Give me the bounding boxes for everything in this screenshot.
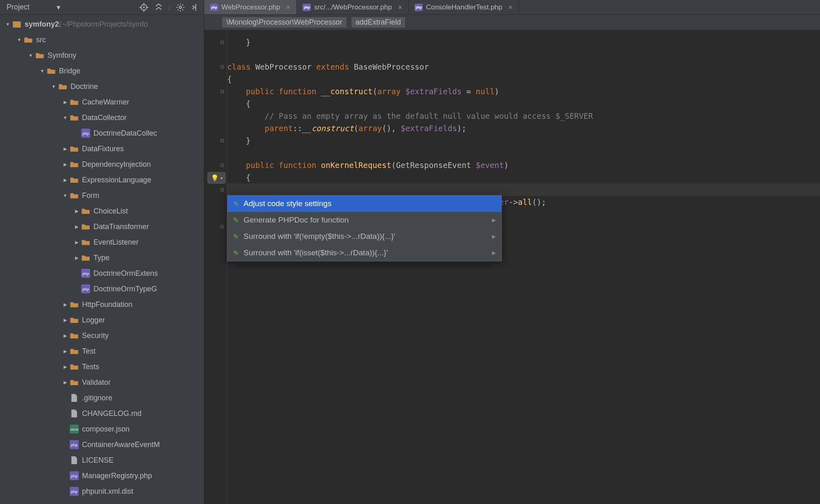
intention-item[interactable]: ✎Surround with 'if(!empty($this->...rDat…: [228, 228, 501, 245]
chevron-right-icon[interactable]: ▶: [61, 146, 70, 152]
chevron-down-icon[interactable]: ▼: [38, 68, 47, 73]
chevron-right-icon[interactable]: ▶: [61, 162, 70, 167]
toolbar-left: Project ▾ |: [0, 0, 204, 14]
tree-row[interactable]: ▶HttpFoundation: [0, 297, 204, 312]
tree-item-label: Security: [82, 331, 109, 340]
chevron-right-icon[interactable]: ▶: [61, 302, 70, 307]
chevron-right-icon: ▶: [492, 234, 496, 239]
code-text[interactable]: } class WebProcessor extends BaseWebProc…: [227, 30, 820, 504]
tree-row[interactable]: ▶phpphpunit.xml.dist: [0, 484, 204, 499]
collapse-all-icon[interactable]: [154, 3, 163, 12]
chevron-right-icon[interactable]: ▶: [61, 349, 70, 354]
tree-row[interactable]: ▶Test: [0, 343, 204, 359]
chevron-down-icon[interactable]: ▼: [26, 53, 35, 58]
chevron-down-icon[interactable]: ▼: [49, 84, 58, 89]
file-icon: [70, 409, 79, 418]
chevron-right-icon[interactable]: ▶: [61, 364, 70, 370]
tree-item-label: HttpFoundation: [82, 300, 132, 309]
gear-icon[interactable]: [176, 3, 185, 12]
chevron-right-icon[interactable]: ▶: [61, 100, 70, 105]
hide-icon[interactable]: [191, 3, 200, 12]
svg-text:php: php: [71, 443, 77, 447]
tree-item-label: composer.json: [82, 425, 130, 434]
tree-row[interactable]: ▶ExpressionLanguage: [0, 172, 204, 188]
intention-item[interactable]: ✎Generate PHPDoc for function▶: [228, 212, 501, 228]
tree-row[interactable]: ▼src: [0, 32, 204, 48]
tab-src-webprocessor[interactable]: php src/.../WebProcessor.php ✕: [297, 0, 409, 14]
folder-icon: [70, 347, 79, 356]
tree-item-label: DoctrineOrmExtens: [93, 269, 158, 278]
chevron-right-icon[interactable]: ▶: [61, 380, 70, 385]
chevron-right-icon[interactable]: ▶: [72, 255, 81, 261]
tree-item-label: .gitignore: [82, 394, 112, 402]
tab-consolehandlertest[interactable]: php ConsoleHandlerTest.php ✕: [409, 0, 519, 14]
folder-icon: [70, 144, 79, 153]
breadcrumb-member[interactable]: addExtraField: [351, 17, 405, 27]
tree-row[interactable]: ▶ChoiceList: [0, 203, 204, 219]
close-icon[interactable]: ✕: [508, 4, 513, 11]
tab-webprocessor[interactable]: php WebProcessor.php ✕: [204, 0, 297, 14]
tree-row[interactable]: ▶phpContainerAwareEventM: [0, 437, 204, 452]
chevron-down-icon[interactable]: ▼: [61, 193, 70, 198]
file-icon: [70, 456, 79, 465]
tree-row[interactable]: ▼Form: [0, 188, 204, 203]
chevron-right-icon[interactable]: ▶: [72, 224, 81, 229]
php-icon: php: [70, 487, 79, 496]
tree-row[interactable]: ▼symfony2 (~/PhpstormProjects/symfo: [0, 16, 204, 32]
close-icon[interactable]: ✕: [286, 4, 291, 11]
tree-item-label: Logger: [82, 316, 105, 325]
chevron-right-icon[interactable]: ▶: [61, 318, 70, 323]
folder-icon: [70, 378, 79, 387]
chevron-right-icon: ▶: [492, 250, 496, 256]
tree-row[interactable]: ▼Symfony: [0, 48, 204, 63]
tree-row[interactable]: ▶Logger: [0, 312, 204, 328]
tree-item-path: (~/PhpstormProjects/symfo: [59, 20, 148, 29]
chevron-right-icon[interactable]: ▶: [72, 209, 81, 214]
tree-row[interactable]: ▶phpManagerRegistry.php: [0, 468, 204, 484]
tree-row[interactable]: ▶EventListener: [0, 234, 204, 250]
file-icon: [70, 393, 79, 402]
tree-row[interactable]: ▶.gitignore: [0, 390, 204, 406]
editor-body[interactable]: ⊟ ⊟ ⊟ ⊟ ⊟ ⊟ ⊟ } class WebProcessor exten…: [204, 30, 820, 504]
intention-item-label: Surround with 'if(!empty($this->...rData…: [244, 232, 395, 241]
tree-row[interactable]: ▶phpDoctrineDataCollec: [0, 125, 204, 141]
tab-label: ConsoleHandlerTest.php: [426, 3, 502, 11]
intention-item[interactable]: ✎Adjust code style settings: [228, 195, 501, 212]
intention-bulb[interactable]: 💡 ▾: [207, 172, 226, 184]
tree-row[interactable]: ▶LICENSE: [0, 452, 204, 468]
chevron-down-icon: ▾: [221, 176, 223, 180]
target-icon[interactable]: [139, 3, 148, 12]
current-line-highlight: [227, 184, 820, 196]
project-selector[interactable]: Project ▾: [4, 3, 60, 12]
tree-row[interactable]: ▶DataFixtures: [0, 141, 204, 157]
tree-row[interactable]: ▶Tests: [0, 359, 204, 375]
tree-row[interactable]: ▶DataTransformer: [0, 219, 204, 234]
svg-text:JSON: JSON: [70, 428, 78, 431]
tree-row[interactable]: ▶phpDoctrineOrmExtens: [0, 266, 204, 281]
tree-row[interactable]: ▶JSONcomposer.json: [0, 421, 204, 437]
chevron-down-icon[interactable]: ▼: [61, 115, 70, 120]
chevron-down-icon[interactable]: ▼: [3, 22, 12, 27]
top-toolbar: Project ▾ | php WebProcessor.php ✕ php s…: [0, 0, 820, 15]
tree-row[interactable]: ▼Bridge: [0, 63, 204, 79]
tree-row[interactable]: ▶DependencyInjection: [0, 157, 204, 172]
tree-row[interactable]: ▶phpDoctrineOrmTypeG: [0, 281, 204, 297]
tree-row[interactable]: ▶Type: [0, 250, 204, 266]
tree-row[interactable]: ▼DataCollector: [0, 110, 204, 125]
close-icon[interactable]: ✕: [398, 4, 403, 11]
chevron-right-icon[interactable]: ▶: [61, 333, 70, 338]
breadcrumb-class[interactable]: \Monolog\Processor\WebProcessor: [222, 17, 346, 27]
chevron-right-icon[interactable]: ▶: [72, 240, 81, 245]
php-icon: php: [70, 440, 79, 449]
intention-item[interactable]: ✎Surround with 'if(isset($this->...rData…: [228, 245, 501, 261]
tree-row[interactable]: ▼Doctrine: [0, 79, 204, 94]
tree-item-label: Symfony: [48, 51, 76, 60]
tree-row[interactable]: ▶CHANGELOG.md: [0, 406, 204, 421]
editor-gutter: ⊟ ⊟ ⊟ ⊟ ⊟ ⊟ ⊟: [204, 30, 227, 504]
tree-row[interactable]: ▶Security: [0, 328, 204, 343]
chevron-right-icon[interactable]: ▶: [61, 177, 70, 183]
tree-row[interactable]: ▶Validator: [0, 375, 204, 390]
tree-item-label: ChoiceList: [93, 207, 128, 216]
chevron-down-icon[interactable]: ▼: [15, 37, 24, 42]
tree-row[interactable]: ▶CacheWarmer: [0, 94, 204, 110]
